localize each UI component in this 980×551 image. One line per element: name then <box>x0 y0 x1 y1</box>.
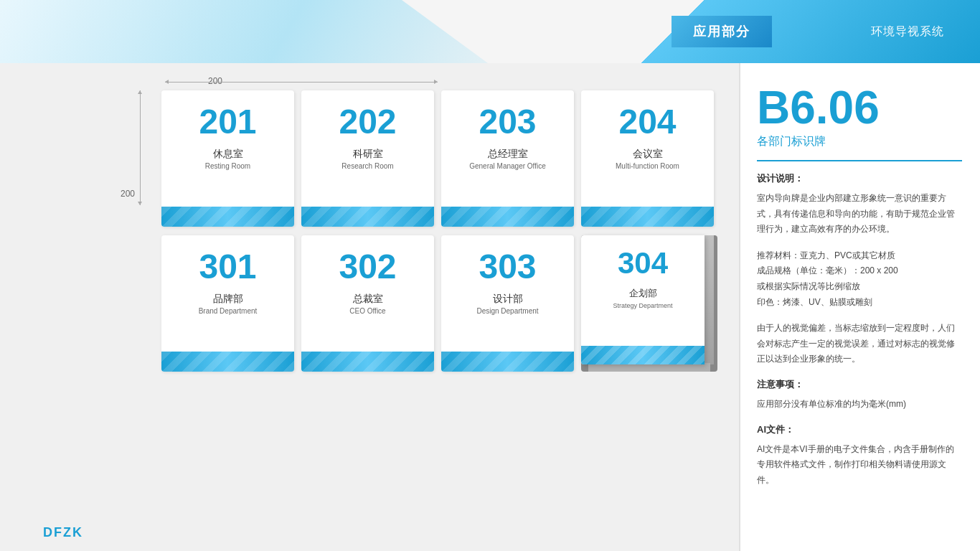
sign-card-301: 301 品牌部 Brand Department <box>161 235 294 372</box>
sign-number-204: 204 <box>618 105 676 139</box>
code-number: B6.06 <box>757 85 962 131</box>
sign-name-en-303: Design Department <box>476 307 538 315</box>
sign-number-203: 203 <box>479 105 536 139</box>
sign-name-cn-303: 设计部 <box>493 293 523 306</box>
sign-blue-bar-301 <box>161 352 294 372</box>
main-content-area: 200 200 201 休息室 Resting Room 202 科研室 Res… <box>0 63 739 551</box>
desc-title-2: 注意事项： <box>757 378 962 391</box>
panel-divider <box>739 63 740 551</box>
signs-row-2: 301 品牌部 Brand Department 302 总裁室 CEO Off… <box>161 235 714 372</box>
sign-blue-bar-303 <box>441 352 574 372</box>
signs-row-1: 201 休息室 Resting Room 202 科研室 Research Ro… <box>161 90 714 227</box>
sign-name-en-304: Strategy Department <box>613 302 672 309</box>
sign-blue-bar-201 <box>161 207 294 227</box>
sign-name-en-203: General Manager Office <box>469 162 546 170</box>
sign-number-301: 301 <box>199 250 256 284</box>
desc-title-3: AI文件： <box>757 423 962 436</box>
header-triangle-decoration <box>0 0 574 63</box>
sign-name-cn-302: 总裁室 <box>353 293 383 306</box>
header: 应用部分 环境导视系统 <box>0 0 980 63</box>
sign-blue-bar-304 <box>581 346 705 364</box>
desc-text-5: AI文件是本VI手册的电子文件集合，内含手册制作的专用软件格式文件，制作打印相关… <box>757 442 962 489</box>
dim-line-vertical <box>140 90 141 205</box>
desc-text-2: 推荐材料：亚克力、PVC或其它材质 成品规格（单位：毫米）：200 x 200 … <box>757 248 962 310</box>
sign-name-cn-204: 会议室 <box>633 148 663 161</box>
dim-arrow-left <box>165 80 169 84</box>
sign-name-en-202: Research Room <box>341 162 393 170</box>
code-subtitle: 各部门标识牌 <box>757 134 962 161</box>
sign-number-302: 302 <box>339 250 396 284</box>
sign-name-en-201: Resting Room <box>205 162 250 170</box>
sign-card-204: 204 会议室 Multi-function Room <box>581 90 714 227</box>
desc-text-1: 室内导向牌是企业内部建立形象统一意识的重要方式，具有传递信息和导向的功能，有助于… <box>757 191 962 237</box>
sign-name-en-302: CEO Office <box>349 307 385 315</box>
desc-text-3: 由于人的视觉偏差，当标志缩放到一定程度时，人们会对标志产生一定的视觉误差，通过对… <box>757 321 962 367</box>
sign-blue-bar-304-pattern <box>581 346 705 364</box>
sign-number-202: 202 <box>339 105 396 139</box>
dim-arrow-top <box>138 90 142 94</box>
dim-top-label: 200 <box>208 76 222 86</box>
sign-blue-bar-202 <box>301 207 434 227</box>
sign-blue-bar-204 <box>581 207 714 227</box>
desc-text-4: 应用部分没有单位标准的均为毫米(mm) <box>757 397 962 413</box>
tab-huanjing[interactable]: 环境导视系统 <box>857 17 958 47</box>
sign-name-cn-301: 品牌部 <box>213 293 243 306</box>
sign-card-201: 201 休息室 Resting Room <box>161 90 294 227</box>
footer-logo: DFZK <box>43 525 83 540</box>
sign-card-304-3d-container: 304 企划部 Strategy Department <box>581 235 714 372</box>
sign-name-cn-203: 总经理室 <box>488 148 528 161</box>
sign-number-304: 304 <box>618 248 668 278</box>
sign-name-cn-201: 休息室 <box>213 148 243 161</box>
sign-name-cn-304: 企划部 <box>629 287 657 300</box>
tab-yingyong[interactable]: 应用部分 <box>672 16 772 47</box>
sign-card-203: 203 总经理室 General Manager Office <box>441 90 574 227</box>
dim-left-label: 200 <box>121 189 135 199</box>
sign-name-en-204: Multi-function Room <box>616 162 679 170</box>
sign-blue-bar-203 <box>441 207 574 227</box>
dim-arrow-right <box>434 80 438 84</box>
sign-card-302: 302 总裁室 CEO Office <box>301 235 434 372</box>
sign-blue-bar-302 <box>301 352 434 372</box>
sign-number-201: 201 <box>199 105 256 139</box>
sign-card-303: 303 设计部 Design Department <box>441 235 574 372</box>
dim-line-horizontal <box>165 82 438 83</box>
sign-number-303: 303 <box>479 250 536 284</box>
sign-name-cn-202: 科研室 <box>353 148 383 161</box>
sign-name-en-301: Brand Department <box>199 307 258 315</box>
sign-3d-front: 304 企划部 Strategy Department <box>581 235 705 364</box>
right-panel: B6.06 各部门标识牌 设计说明： 室内导向牌是企业内部建立形象统一意识的重要… <box>739 63 980 551</box>
sign-card-202: 202 科研室 Research Room <box>301 90 434 227</box>
dim-arrow-bottom <box>138 202 142 205</box>
desc-title-1: 设计说明： <box>757 172 962 185</box>
